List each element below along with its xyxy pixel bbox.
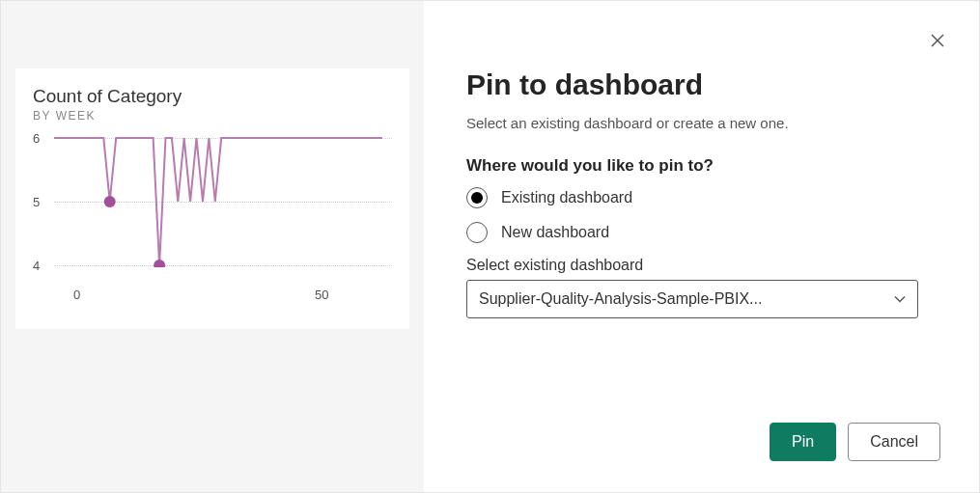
x-tick: 50 bbox=[315, 288, 328, 302]
radio-new-dashboard[interactable]: New dashboard bbox=[466, 222, 940, 243]
dialog-title: Pin to dashboard bbox=[466, 68, 940, 101]
dialog-description: Select an existing dashboard or create a… bbox=[466, 115, 940, 131]
y-tick: 5 bbox=[33, 195, 40, 209]
radio-icon bbox=[466, 222, 488, 243]
close-icon bbox=[931, 34, 944, 47]
radio-icon bbox=[466, 187, 488, 208]
button-row: Pin Cancel bbox=[770, 423, 940, 461]
select-dashboard-label: Select existing dashboard bbox=[466, 257, 940, 274]
plot-area: 6 5 4 bbox=[44, 132, 392, 282]
cancel-button[interactable]: Cancel bbox=[848, 423, 940, 461]
chart-subtitle: BY WEEK bbox=[33, 109, 392, 123]
dashboard-dropdown[interactable]: Supplier-Quality-Analysis-Sample-PBIX... bbox=[466, 280, 918, 318]
data-marker bbox=[154, 260, 165, 267]
chart-tile: Count of Category BY WEEK 6 5 4 0 bbox=[15, 68, 409, 329]
dropdown-value: Supplier-Quality-Analysis-Sample-PBIX... bbox=[479, 290, 762, 308]
data-marker bbox=[104, 196, 116, 207]
radio-label: Existing dashboard bbox=[501, 189, 632, 206]
radio-existing-dashboard[interactable]: Existing dashboard bbox=[466, 187, 940, 208]
y-tick: 6 bbox=[33, 131, 40, 146]
y-tick: 4 bbox=[33, 259, 40, 273]
form-panel: Pin to dashboard Select an existing dash… bbox=[424, 1, 979, 492]
preview-panel: Count of Category BY WEEK 6 5 4 0 bbox=[1, 1, 424, 492]
chart-title: Count of Category bbox=[33, 86, 392, 107]
radio-label: New dashboard bbox=[501, 224, 609, 241]
chevron-down-icon bbox=[894, 295, 906, 303]
pin-button[interactable]: Pin bbox=[770, 423, 836, 461]
close-button[interactable] bbox=[927, 28, 948, 56]
radio-dot-icon bbox=[471, 192, 483, 204]
x-tick: 0 bbox=[73, 288, 80, 302]
line-series bbox=[54, 138, 382, 265]
pin-location-label: Where would you like to pin to? bbox=[466, 156, 940, 176]
pin-dialog: Count of Category BY WEEK 6 5 4 0 bbox=[1, 1, 979, 492]
line-chart-svg bbox=[54, 132, 382, 267]
